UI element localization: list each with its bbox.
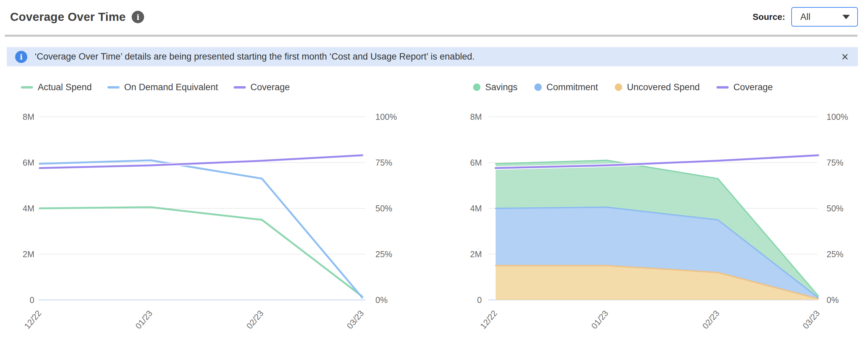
y-axis-right-tick: 75% bbox=[827, 158, 843, 167]
x-axis-tick: 12/22 bbox=[478, 308, 499, 331]
y-axis-right-tick: 25% bbox=[375, 249, 392, 259]
y-axis-right-tick: 100% bbox=[827, 112, 848, 122]
y-axis-left-tick: 2M bbox=[23, 249, 34, 259]
series-actual-spend bbox=[40, 207, 362, 297]
banner-close-button[interactable]: × bbox=[841, 51, 848, 63]
y-axis-left-tick: 6M bbox=[23, 158, 34, 167]
widget-header: Coverage Over Time i Source: All bbox=[0, 0, 868, 34]
info-banner: i ‘Coverage Over Time’ details are being… bbox=[7, 47, 858, 66]
page-title: Coverage Over Time bbox=[10, 10, 126, 24]
y-axis-right-tick: 0% bbox=[827, 295, 839, 305]
y-axis-right-tick: 100% bbox=[375, 112, 397, 122]
x-axis-labels: 12/2201/2302/2303/23 bbox=[478, 308, 822, 331]
coverage-swatch-icon bbox=[234, 86, 246, 89]
y-axis-left-tick: 6M bbox=[470, 158, 482, 167]
y-axis-right-tick: 50% bbox=[375, 204, 392, 213]
legend-label: Actual Spend bbox=[38, 82, 92, 93]
savings-swatch-icon bbox=[473, 84, 480, 91]
x-axis-tick: 03/23 bbox=[345, 308, 366, 331]
legend-label: On Demand Equivalent bbox=[124, 82, 218, 93]
coverage-chart-legend: SavingsCommitmentUncovered SpendCoverage bbox=[473, 81, 868, 94]
charts-row: Actual SpendOn Demand EquivalentCoverage… bbox=[0, 81, 868, 342]
title-group: Coverage Over Time i bbox=[10, 10, 144, 24]
header-divider bbox=[5, 35, 858, 37]
y-axis-left-tick: 8M bbox=[23, 112, 34, 122]
title-info-icon[interactable]: i bbox=[132, 11, 144, 23]
spend-line-chart-panel: Actual SpendOn Demand EquivalentCoverage… bbox=[10, 81, 421, 94]
coverage-swatch-icon bbox=[716, 86, 728, 89]
source-dropdown[interactable]: All bbox=[791, 7, 858, 27]
actual-spend-swatch-icon bbox=[21, 86, 33, 89]
y-axis-right-tick: 25% bbox=[827, 249, 843, 259]
y-axis-left-tick: 4M bbox=[470, 204, 482, 213]
legend-item-commitment[interactable]: Commitment bbox=[534, 82, 598, 93]
x-axis-tick: 03/23 bbox=[801, 308, 822, 331]
coverage-area-chart[interactable]: 8M100%6M75%4M50%2M25%00%12/2201/2302/230… bbox=[463, 108, 868, 342]
legend-label: Commitment bbox=[547, 82, 598, 93]
x-axis-tick: 02/23 bbox=[244, 308, 265, 331]
legend-label: Uncovered Spend bbox=[627, 82, 700, 93]
x-axis-tick: 01/23 bbox=[589, 308, 610, 331]
legend-item-coverage[interactable]: Coverage bbox=[716, 82, 773, 93]
banner-info-icon: i bbox=[15, 51, 27, 63]
y-axis-left-tick: 8M bbox=[470, 112, 482, 122]
close-icon: × bbox=[841, 50, 848, 64]
series-on-demand-equivalent bbox=[40, 160, 362, 298]
y-axis-right-tick: 50% bbox=[827, 204, 843, 213]
on-demand-equivalent-swatch-icon bbox=[107, 86, 120, 89]
legend-item-actual-spend[interactable]: Actual Spend bbox=[21, 82, 92, 93]
spend-line-chart[interactable]: 8M100%6M75%4M50%2M25%00%12/2201/2302/230… bbox=[10, 108, 411, 342]
y-axis-left-tick: 0 bbox=[30, 295, 34, 305]
source-dropdown-value: All bbox=[800, 12, 810, 22]
y-axis-left-tick: 4M bbox=[23, 204, 34, 213]
legend-item-coverage[interactable]: Coverage bbox=[234, 82, 290, 93]
x-axis-tick: 01/23 bbox=[133, 308, 154, 331]
legend-label: Coverage bbox=[733, 82, 773, 93]
uncovered-spend-swatch-icon bbox=[615, 84, 622, 91]
source-label: Source: bbox=[752, 12, 785, 22]
y-axis-left-tick: 0 bbox=[477, 295, 482, 305]
legend-item-savings[interactable]: Savings bbox=[473, 82, 518, 93]
legend-item-uncovered-spend[interactable]: Uncovered Spend bbox=[615, 82, 700, 93]
y-axis-left-tick: 2M bbox=[470, 249, 482, 259]
legend-label: Savings bbox=[485, 82, 518, 93]
x-axis-tick: 12/22 bbox=[22, 308, 43, 331]
x-axis-labels: 12/2201/2302/2303/23 bbox=[22, 308, 366, 331]
coverage-area-chart-panel: SavingsCommitmentUncovered SpendCoverage… bbox=[463, 81, 868, 94]
legend-item-on-demand-equivalent[interactable]: On Demand Equivalent bbox=[107, 82, 218, 93]
spend-chart-legend: Actual SpendOn Demand EquivalentCoverage bbox=[21, 81, 421, 94]
coverage-over-time-widget: { "header": { "title": "Coverage Over Ti… bbox=[0, 0, 868, 342]
chevron-down-icon bbox=[842, 15, 850, 19]
x-axis-tick: 02/23 bbox=[700, 308, 721, 331]
y-axis-right-tick: 75% bbox=[375, 158, 392, 167]
commitment-swatch-icon bbox=[534, 84, 542, 91]
source-control: Source: All bbox=[752, 7, 858, 27]
y-axis-right-tick: 0% bbox=[375, 295, 388, 305]
banner-text: ‘Coverage Over Time’ details are being p… bbox=[35, 52, 475, 62]
legend-label: Coverage bbox=[250, 82, 290, 93]
